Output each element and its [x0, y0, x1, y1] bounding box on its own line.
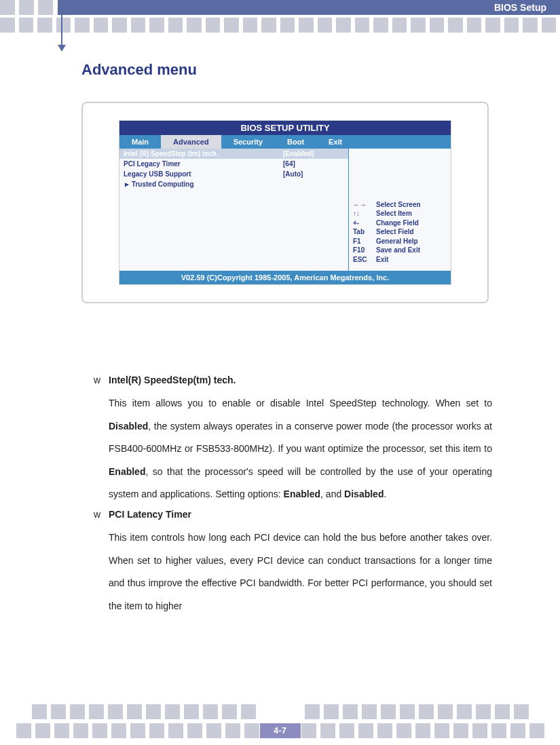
- bios-option-label: Legacy USB Support: [124, 170, 283, 178]
- item-desc-speedstep: This item allows you to enable or disabl…: [109, 392, 492, 506]
- item-title-speedstep: Intel(R) SpeedStep(tm) tech.: [109, 375, 492, 385]
- help-key: ↑↓: [353, 209, 376, 218]
- help-desc: Change Field: [376, 218, 447, 228]
- decor-square: [0, 0, 15, 15]
- tab-advanced[interactable]: Advanced: [161, 135, 221, 149]
- tab-exit[interactable]: Exit: [316, 135, 354, 149]
- bios-screenshot-frame: BIOS SETUP UTILITY Main Advanced Securit…: [81, 102, 489, 303]
- item-speedstep: w Intel(R) SpeedStep(tm) tech. This item…: [94, 375, 492, 506]
- help-desc: Select Field: [376, 227, 447, 237]
- bios-window: BIOS SETUP UTILITY Main Advanced Securit…: [119, 120, 451, 285]
- decor-top-left: [0, 0, 54, 15]
- bios-option-label: PCI Legacy Timer: [124, 160, 283, 168]
- help-key: F1: [353, 237, 376, 246]
- bios-option-value: [Enabled]: [283, 150, 344, 157]
- page-number: 4-7: [260, 723, 301, 738]
- bios-empty-space: [119, 189, 348, 271]
- help-key: ←→: [353, 200, 376, 210]
- bios-option-value: [Auto]: [283, 170, 344, 178]
- bios-option-label: Intel (R) SpeedStep (tm) tech.: [124, 150, 283, 157]
- help-key: Tab: [353, 227, 376, 237]
- help-key: F10: [353, 246, 376, 255]
- decor-square: [38, 0, 53, 15]
- bios-key-help: ←→Select Screen ↑↓Select Item +-Change F…: [349, 188, 451, 271]
- help-desc: General Help: [376, 237, 447, 246]
- help-key: ESC: [353, 255, 376, 265]
- bios-utility-title: BIOS SETUP UTILITY: [119, 121, 451, 135]
- bios-option-pci-legacy[interactable]: PCI Legacy Timer [64]: [119, 159, 348, 169]
- bios-options-panel: Intel (R) SpeedStep (tm) tech. [Enabled]…: [119, 149, 349, 271]
- bios-option-speedstep[interactable]: Intel (R) SpeedStep (tm) tech. [Enabled]: [119, 149, 348, 159]
- tab-main[interactable]: Main: [119, 135, 161, 149]
- decor-arrow-line: [61, 0, 62, 47]
- help-desc: Exit: [376, 255, 447, 265]
- help-desc: Select Item: [376, 209, 447, 218]
- bios-option-legacy-usb[interactable]: Legacy USB Support [Auto]: [119, 169, 348, 179]
- bios-option-trusted-computing[interactable]: ► Trusted Computing: [119, 179, 348, 189]
- tab-boot[interactable]: Boot: [275, 135, 316, 149]
- bios-help-panel: ←→Select Screen ↑↓Select Item +-Change F…: [349, 149, 451, 271]
- bullet-icon: w: [94, 375, 109, 506]
- item-pci-latency: w PCI Latency Timer This item controls h…: [94, 509, 492, 617]
- section-title: Advanced menu: [81, 61, 197, 79]
- page-header-title: BIOS Setup: [494, 2, 546, 13]
- item-title-pci: PCI Latency Timer: [109, 509, 492, 520]
- bios-footer-copyright: V02.59 (C)Copyright 1985-2005, American …: [119, 271, 451, 284]
- bios-option-value: [64]: [283, 160, 344, 168]
- page-header: BIOS Setup: [58, 0, 560, 15]
- help-desc: Save and Exit: [376, 246, 447, 255]
- decor-square: [19, 0, 34, 15]
- decor-arrow-head-icon: [58, 45, 66, 52]
- decor-top-row: [0, 18, 560, 33]
- item-desc-pci: This item controls how long each PCI dev…: [109, 527, 492, 617]
- bullet-icon: w: [94, 509, 109, 617]
- bios-tabs: Main Advanced Security Boot Exit: [119, 135, 451, 149]
- bios-body: Intel (R) SpeedStep (tm) tech. [Enabled]…: [119, 149, 451, 271]
- help-key: +-: [353, 218, 376, 228]
- submenu-arrow-icon: ►: [124, 180, 130, 188]
- help-desc: Select Screen: [376, 200, 447, 210]
- description-content: w Intel(R) SpeedStep(tm) tech. This item…: [94, 375, 492, 620]
- tab-security[interactable]: Security: [221, 135, 275, 149]
- bios-option-label: Trusted Computing: [132, 180, 344, 188]
